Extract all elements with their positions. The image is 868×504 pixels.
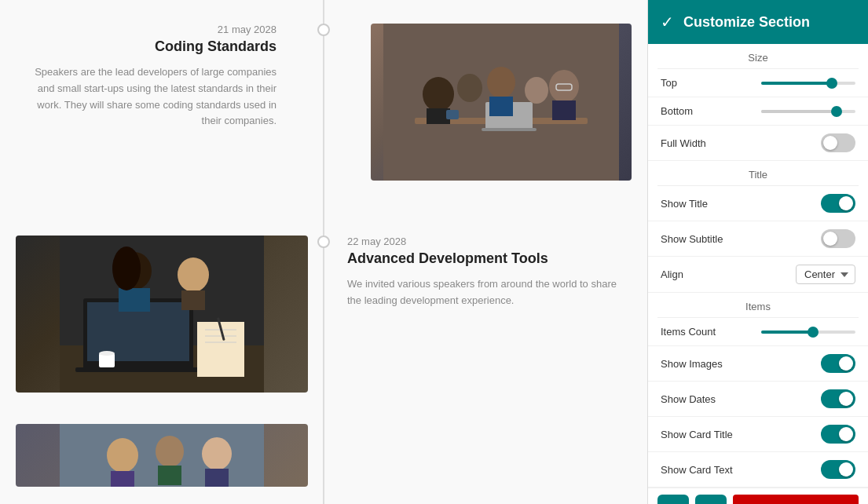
show-card-title-slider (821, 425, 855, 444)
bottom-label: Bottom (661, 105, 693, 117)
svg-point-26 (112, 247, 141, 290)
item2-date: 22 may 2028 (347, 236, 632, 247)
content-area: 21 may 2028 Coding Standards Speakers ar… (0, 0, 647, 504)
timeline-dot-2 (317, 236, 330, 248)
item2-image (0, 228, 324, 408)
show-dates-slider (821, 389, 855, 408)
timeline-row-2: 22 may 2028 Advanced Development Tools W… (0, 212, 647, 408)
show-subtitle-toggle[interactable] (821, 229, 855, 248)
show-card-title-row: Show Card Title (648, 417, 868, 452)
show-card-title-toggle[interactable] (821, 425, 855, 444)
items-section-title: Items (657, 293, 859, 318)
bottom-row: Bottom (648, 97, 868, 126)
item1-description: Speakers are the lead developers of larg… (16, 64, 277, 130)
svg-point-32 (107, 438, 138, 473)
svg-point-30 (99, 351, 115, 356)
show-images-toggle[interactable] (821, 354, 855, 373)
items-count-slider[interactable] (761, 331, 855, 334)
customize-panel: ✓ Customize Section Size Top Bottom Full… (647, 0, 868, 504)
top-row: Top (648, 69, 868, 97)
svg-point-13 (457, 74, 482, 102)
show-title-label: Show Title (661, 198, 708, 210)
top-slider[interactable] (761, 82, 855, 85)
svg-point-34 (156, 436, 184, 467)
svg-point-8 (549, 70, 579, 103)
align-label: Align (661, 268, 683, 280)
svg-rect-25 (119, 288, 150, 312)
svg-point-36 (202, 437, 232, 470)
item1-title: Coding Standards (16, 38, 277, 55)
full-width-slider (821, 133, 855, 152)
full-width-toggle[interactable] (821, 133, 855, 152)
show-title-row: Show Title (648, 186, 868, 221)
timeline-dot-1 (317, 24, 330, 36)
item2-image-placeholder (16, 236, 308, 393)
show-subtitle-label: Show Subtitle (661, 233, 723, 245)
svg-point-12 (525, 77, 548, 104)
move-down-button[interactable]: ↓ (695, 495, 727, 504)
top-label: Top (661, 77, 677, 89)
item2-title: Advanced Development Tools (347, 250, 632, 267)
svg-rect-11 (446, 110, 459, 119)
item1-image-placeholder (371, 24, 632, 181)
svg-rect-33 (111, 471, 134, 487)
svg-rect-9 (552, 100, 576, 120)
full-width-label: Full Width (661, 137, 706, 149)
show-card-title-label: Show Card Title (661, 429, 733, 440)
item3-image-placeholder (16, 424, 308, 487)
item2-text: 22 may 2028 Advanced Development Tools W… (324, 228, 647, 408)
show-images-label: Show Images (661, 358, 723, 370)
bottom-slider[interactable] (761, 110, 855, 113)
check-icon: ✓ (661, 13, 674, 31)
panel-title: Customize Section (683, 14, 810, 31)
svg-point-6 (487, 67, 515, 98)
item1-text: 21 may 2028 Coding Standards Speakers ar… (0, 16, 324, 196)
item3-image-area (0, 424, 324, 487)
svg-rect-35 (158, 466, 181, 485)
bottom-thumb[interactable] (831, 106, 842, 117)
panel-header: ✓ Customize Section (648, 0, 868, 44)
item2-description: We invited various speakers from around … (347, 276, 632, 309)
top-thumb[interactable] (826, 78, 837, 89)
item1-date: 21 may 2028 (16, 24, 277, 35)
remove-button[interactable]: REMOVE (733, 495, 859, 504)
show-images-row: Show Images (648, 346, 868, 382)
item3-svg (16, 424, 308, 487)
show-dates-label: Show Dates (661, 393, 716, 405)
svg-rect-7 (489, 97, 513, 116)
svg-point-4 (423, 77, 454, 111)
show-dates-toggle[interactable] (821, 389, 855, 408)
show-card-text-row: Show Card Text (648, 452, 868, 488)
timeline-row-3 (0, 424, 647, 487)
show-images-slider (821, 354, 855, 373)
laptop-svg (16, 236, 308, 393)
items-count-label: Items Count (661, 326, 716, 338)
show-dates-row: Show Dates (648, 382, 868, 417)
show-subtitle-row: Show Subtitle (648, 221, 868, 257)
show-title-toggle[interactable] (821, 194, 855, 213)
svg-point-27 (178, 257, 209, 292)
svg-rect-28 (181, 290, 205, 310)
show-card-text-slider (821, 460, 855, 479)
svg-rect-18 (75, 367, 201, 372)
full-width-row: Full Width (648, 126, 868, 161)
svg-rect-37 (205, 469, 229, 487)
people-svg (371, 24, 632, 181)
items-count-row: Items Count (648, 318, 868, 346)
size-section-title: Size (657, 44, 859, 69)
title-section-title: Title (657, 161, 859, 186)
timeline: 21 may 2028 Coding Standards Speakers ar… (0, 0, 647, 504)
move-up-button[interactable]: ↑ (657, 495, 689, 504)
panel-footer: ↑ ↓ REMOVE (648, 488, 868, 504)
align-row: Align Center Left Right (648, 257, 868, 293)
items-count-thumb[interactable] (808, 327, 819, 338)
show-subtitle-slider (821, 229, 855, 248)
show-title-slider (821, 194, 855, 213)
show-card-text-label: Show Card Text (661, 464, 733, 476)
show-card-text-toggle[interactable] (821, 460, 855, 479)
item1-image (324, 16, 647, 196)
timeline-row-1: 21 may 2028 Coding Standards Speakers ar… (0, 0, 647, 196)
align-dropdown[interactable]: Center Left Right (796, 265, 855, 284)
svg-rect-3 (482, 128, 537, 131)
